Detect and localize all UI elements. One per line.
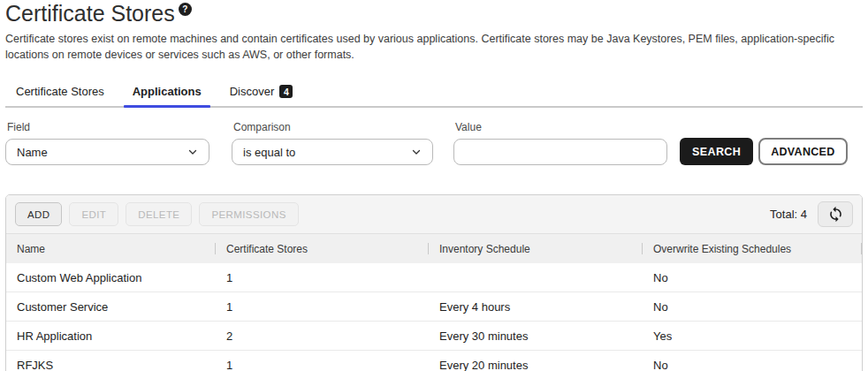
tab-discover[interactable]: Discover 4: [221, 85, 302, 106]
table-header: Name Certificate Stores Inventory Schedu…: [6, 233, 862, 263]
table-toolbar: ADD EDIT DELETE PERMISSIONS Total: 4: [6, 195, 862, 233]
page-title: Certificate Stores: [5, 2, 175, 26]
cell-inventory-schedule: [429, 263, 643, 292]
column-header-certificate-stores[interactable]: Certificate Stores: [216, 234, 429, 263]
total-count: Total: 4: [770, 208, 807, 221]
cell-overwrite: No: [643, 351, 862, 371]
edit-button[interactable]: EDIT: [69, 202, 118, 226]
column-header-inventory-schedule[interactable]: Inventory Schedule: [429, 234, 643, 263]
comparison-selected-value: is equal to: [243, 146, 295, 159]
table-row[interactable]: RFJKS 1 Every 20 minutes No: [6, 351, 862, 371]
permissions-button[interactable]: PERMISSIONS: [199, 202, 298, 226]
cell-name: RFJKS: [6, 351, 216, 371]
tab-label: Applications: [133, 85, 202, 98]
cell-overwrite: Yes: [643, 322, 862, 350]
table-row[interactable]: Custom Web Application 1 No: [6, 263, 862, 292]
cell-overwrite: No: [643, 263, 862, 292]
cell-inventory-schedule: Every 30 minutes: [429, 322, 643, 350]
tab-label: Discover: [230, 85, 275, 98]
tab-bar: Certificate Stores Applications Discover…: [5, 85, 863, 108]
comparison-label: Comparison: [233, 121, 433, 133]
cell-overwrite: No: [643, 292, 862, 321]
cell-certificate-stores: 1: [216, 292, 429, 321]
chevron-down-icon: [187, 147, 198, 157]
discover-count-badge: 4: [279, 85, 293, 98]
column-header-overwrite-existing-schedules[interactable]: Overwrite Existing Schedules: [643, 234, 862, 263]
cell-name: Customer Service: [6, 292, 216, 321]
cell-certificate-stores: 1: [216, 351, 429, 371]
cell-inventory-schedule: Every 4 hours: [429, 292, 643, 321]
column-header-name[interactable]: Name: [6, 234, 216, 263]
search-button[interactable]: SEARCH: [680, 138, 753, 165]
comparison-select[interactable]: is equal to: [232, 139, 433, 165]
certificate-stores-page: Certificate Stores ? Certificate stores …: [0, 0, 868, 371]
refresh-button[interactable]: [818, 201, 853, 227]
applications-panel: ADD EDIT DELETE PERMISSIONS Total: 4 Nam…: [5, 194, 863, 371]
chevron-down-icon: [411, 147, 422, 157]
cell-inventory-schedule: Every 20 minutes: [429, 351, 643, 371]
help-icon[interactable]: ?: [179, 3, 192, 16]
value-label: Value: [455, 121, 667, 133]
table-row[interactable]: Customer Service 1 Every 4 hours No: [6, 292, 862, 322]
cell-name: HR Application: [6, 322, 216, 350]
cell-certificate-stores: 1: [216, 263, 429, 292]
tab-certificate-stores[interactable]: Certificate Stores: [7, 85, 113, 106]
advanced-button[interactable]: ADVANCED: [758, 138, 847, 165]
tab-applications[interactable]: Applications: [124, 85, 210, 106]
search-form: Field Name Comparison is equal to Value …: [5, 121, 863, 165]
field-selected-value: Name: [17, 146, 48, 159]
tab-label: Certificate Stores: [16, 85, 104, 98]
page-header: Certificate Stores ?: [5, 2, 863, 26]
page-description: Certificate stores exist on remote machi…: [5, 31, 843, 64]
table-row[interactable]: HR Application 2 Every 30 minutes Yes: [6, 322, 862, 351]
delete-button[interactable]: DELETE: [126, 202, 192, 226]
field-label: Field: [7, 121, 209, 133]
cell-certificate-stores: 2: [216, 322, 429, 350]
value-input[interactable]: [453, 139, 667, 165]
refresh-icon: [827, 206, 844, 223]
cell-name: Custom Web Application: [6, 263, 216, 292]
field-select[interactable]: Name: [5, 139, 209, 165]
add-button[interactable]: ADD: [15, 202, 62, 226]
